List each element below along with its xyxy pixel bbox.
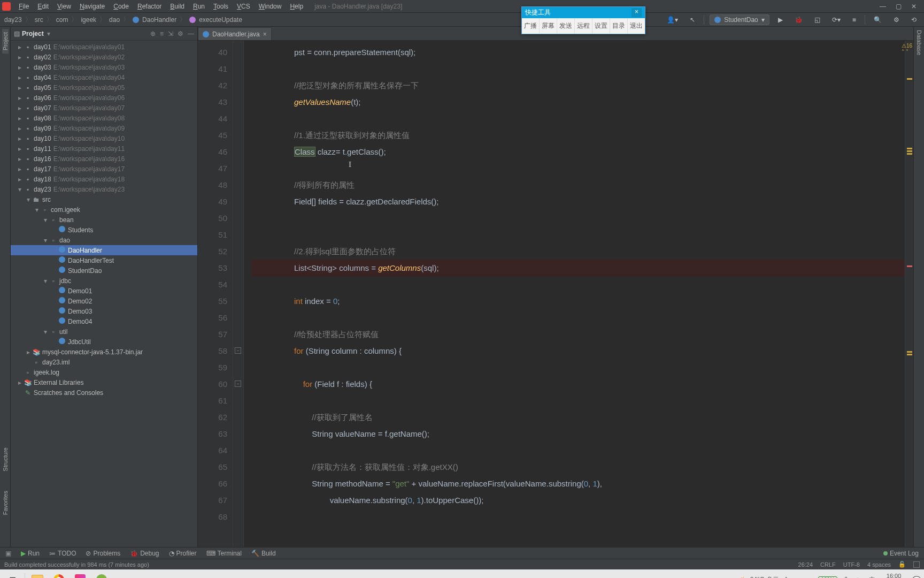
line-number[interactable]: 52 bbox=[198, 243, 227, 260]
indent-setting[interactable]: 4 spaces bbox=[867, 561, 891, 568]
close-icon[interactable]: ✕ bbox=[911, 3, 917, 10]
tree-twisty-icon[interactable]: ▸ bbox=[16, 379, 24, 386]
line-separator[interactable]: CRLF bbox=[820, 561, 836, 568]
line-number[interactable]: 66 bbox=[198, 475, 227, 492]
user-icon[interactable]: 👤▾ bbox=[664, 15, 681, 25]
line-number[interactable]: 58 bbox=[198, 343, 227, 359]
tree-row[interactable]: ▸▪day09E:\workspace\java\day09 bbox=[11, 123, 197, 133]
tab-close-icon[interactable]: × bbox=[263, 31, 267, 38]
tree-row[interactable]: ▸▪day10E:\workspace\java\day10 bbox=[11, 133, 197, 143]
toolwin-terminal[interactable]: ⌨Terminal bbox=[206, 550, 242, 557]
gear-icon[interactable]: ⚙ bbox=[178, 30, 183, 37]
debug-button[interactable]: 🐞 bbox=[791, 15, 806, 25]
code-line[interactable]: //获取方法名：获取属性值：对象.getXX() bbox=[251, 459, 905, 475]
tray-volume-icon[interactable]: 🔈 bbox=[855, 576, 864, 579]
line-number[interactable]: 56 bbox=[198, 309, 227, 326]
code-line[interactable]: //得到所有的属性 bbox=[251, 177, 905, 193]
code-line[interactable]: String valueName = f.getName(); bbox=[251, 425, 905, 442]
code-line[interactable] bbox=[251, 309, 905, 326]
tab-daohandler[interactable]: DaoHandler.java × bbox=[198, 27, 272, 40]
tree-twisty-icon[interactable]: ▾ bbox=[42, 237, 49, 244]
tree-row[interactable]: JdbcUtil bbox=[11, 337, 197, 347]
menu-navigate[interactable]: Navigate bbox=[76, 2, 109, 11]
menu-window[interactable]: Window bbox=[255, 2, 286, 11]
menu-help[interactable]: Help bbox=[286, 2, 307, 11]
tree-twisty-icon[interactable]: ▾ bbox=[42, 277, 49, 285]
tree-row[interactable]: Demo01 bbox=[11, 286, 197, 296]
line-number[interactable]: 50 bbox=[198, 210, 227, 226]
tray-cloud-icon[interactable]: ☁ bbox=[794, 576, 800, 579]
tree-row[interactable]: ▾▫com.igeek bbox=[11, 204, 197, 215]
tray-clock[interactable]: 16:00 2021/9/29 bbox=[881, 573, 907, 578]
tree-twisty-icon[interactable]: ▸ bbox=[16, 94, 24, 102]
tree-row[interactable]: ▸▪day16E:\workspace\java\day16 bbox=[11, 154, 197, 164]
taskbar-explorer[interactable] bbox=[28, 572, 47, 578]
tree-twisty-icon[interactable]: ▸ bbox=[16, 155, 24, 163]
tree-row[interactable]: ▸▪day11E:\workspace\java\day11 bbox=[11, 143, 197, 154]
line-number[interactable]: 55 bbox=[198, 293, 227, 309]
toolwin-todo[interactable]: ≔TODO bbox=[49, 550, 76, 557]
battery-indicator[interactable]: 100% bbox=[818, 576, 837, 579]
hide-icon[interactable]: — bbox=[188, 30, 194, 37]
readonly-lock-icon[interactable]: 🔓 bbox=[898, 561, 906, 568]
tree-twisty-icon[interactable]: ▸ bbox=[16, 104, 24, 112]
toolwin-build[interactable]: 🔨Build bbox=[251, 550, 276, 557]
tree-row[interactable]: ▾▫util bbox=[11, 326, 197, 337]
taskbar-intellij[interactable] bbox=[71, 572, 89, 578]
code-line[interactable] bbox=[251, 508, 905, 525]
inspection-icon[interactable] bbox=[913, 561, 920, 568]
tree-row[interactable]: ▸▪day06E:\workspace\java\day06 bbox=[11, 93, 197, 103]
toolwin-profiler[interactable]: ◔Profiler bbox=[169, 550, 197, 557]
tray-onedrive-icon[interactable]: ☁ bbox=[806, 576, 813, 579]
updates-icon[interactable]: ⟲ bbox=[908, 15, 920, 25]
tree-twisty-icon[interactable]: ▸ bbox=[16, 84, 24, 92]
line-number[interactable]: 54 bbox=[198, 276, 227, 293]
code-line[interactable] bbox=[251, 442, 905, 459]
line-number[interactable]: 64 bbox=[198, 442, 227, 459]
tree-row[interactable]: ▸▪day17E:\workspace\java\day17 bbox=[11, 164, 197, 174]
code-line[interactable] bbox=[251, 210, 905, 226]
tree-twisty-icon[interactable]: ▸ bbox=[25, 348, 32, 356]
menu-tools[interactable]: Tools bbox=[210, 2, 232, 11]
tree-row[interactable]: Demo02 bbox=[11, 296, 197, 306]
file-encoding[interactable]: UTF-8 bbox=[843, 561, 860, 568]
tree-row[interactable]: ▾▪day23E:\workspace\java\day23 bbox=[11, 184, 197, 194]
tree-twisty-icon[interactable]: ▸ bbox=[16, 74, 24, 81]
tree-twisty-icon[interactable]: ▸ bbox=[16, 165, 24, 173]
code-line[interactable]: Field[] fields = clazz.getDeclaredFields… bbox=[251, 193, 905, 210]
menu-refactor[interactable]: Refactor bbox=[134, 2, 165, 11]
tree-twisty-icon[interactable]: ▸ bbox=[16, 43, 24, 51]
code-line[interactable]: //2.得到sql里面参数的占位符 bbox=[251, 243, 905, 260]
code-line[interactable]: valueName.substring(0, 1).toUpperCase())… bbox=[251, 492, 905, 508]
code-line[interactable]: List<String> columns = getColumns(sql); bbox=[251, 260, 905, 276]
rail-structure[interactable]: Structure bbox=[2, 444, 9, 475]
line-number[interactable]: 67 bbox=[198, 492, 227, 508]
taskbar-chrome[interactable] bbox=[50, 572, 68, 578]
tree-row[interactable]: ▸▪day02E:\workspace\java\day02 bbox=[11, 52, 197, 62]
line-number[interactable]: 59 bbox=[198, 359, 227, 376]
tree-row[interactable]: DaoHandler bbox=[11, 245, 197, 255]
line-number[interactable]: 41 bbox=[198, 60, 227, 77]
line-number[interactable]: 60 bbox=[198, 376, 227, 392]
tree-row[interactable]: ▸📚mysql-connector-java-5.1.37-bin.jar bbox=[11, 347, 197, 357]
back-icon[interactable]: ↖ bbox=[687, 15, 698, 25]
quicktool-item[interactable]: 广播 bbox=[522, 18, 540, 34]
line-number[interactable]: 46 bbox=[198, 143, 227, 160]
tree-row[interactable]: ▸▪day18E:\workspace\java\day18 bbox=[11, 174, 197, 184]
profile-button[interactable]: ⟳▾ bbox=[829, 15, 844, 25]
tree-twisty-icon[interactable]: ▾ bbox=[25, 196, 32, 203]
tree-row[interactable]: StudentDao bbox=[11, 265, 197, 276]
settings-icon[interactable]: ⚙ bbox=[890, 15, 903, 25]
target-icon[interactable]: ⊕ bbox=[150, 30, 156, 37]
toolwin-toggle-icon[interactable]: ▣ bbox=[5, 550, 11, 557]
tree-row[interactable]: ▾▫jdbc bbox=[11, 276, 197, 286]
breadcrumb-item[interactable]: igeek bbox=[81, 16, 96, 24]
toolwin-debug[interactable]: 🐞Debug bbox=[130, 550, 159, 557]
event-log[interactable]: Event Log bbox=[883, 550, 919, 557]
breadcrumb-item[interactable]: dao bbox=[109, 16, 120, 24]
code-line[interactable]: //把泛型对象的所有属性名保存一下 bbox=[251, 77, 905, 94]
taskbar-green-app[interactable] bbox=[93, 572, 111, 578]
tree-twisty-icon[interactable]: ▸ bbox=[16, 115, 24, 122]
search-icon[interactable]: 🔍 bbox=[871, 15, 885, 25]
line-number[interactable]: 65 bbox=[198, 459, 227, 475]
